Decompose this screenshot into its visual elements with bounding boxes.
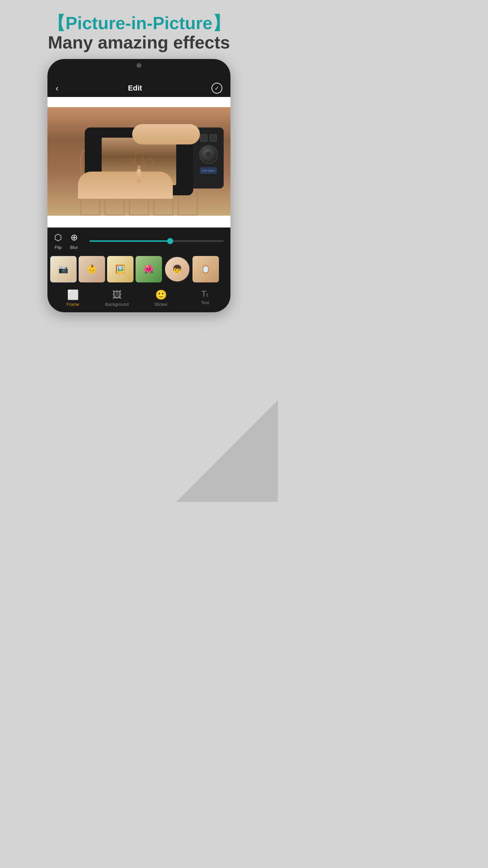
text-label: Text bbox=[201, 300, 209, 305]
bottom-navigation: ⬜ Frame 🖼 Background 🙂 Sticker Tₜ Text bbox=[47, 285, 230, 312]
hero-headline: 【Picture-in-Picture】 bbox=[48, 14, 230, 33]
nav-item-text[interactable]: Tₜ Text bbox=[183, 289, 227, 307]
thumbnail-1[interactable]: 📷 bbox=[50, 256, 77, 282]
thumb-6-icon: 🪞 bbox=[192, 256, 219, 282]
back-button[interactable]: ‹ bbox=[56, 83, 59, 94]
sticker-label: Sticker bbox=[154, 302, 168, 307]
phone-top-bar bbox=[47, 59, 230, 79]
thumbnail-6[interactable]: 🪞 bbox=[192, 256, 219, 282]
blur-tool[interactable]: ⊕ Blur bbox=[70, 232, 78, 250]
hero-subheadline: Many amazing effects bbox=[48, 33, 230, 52]
sticker-icon: 🙂 bbox=[155, 289, 167, 300]
edit-header: ‹ Edit ✓ bbox=[47, 79, 230, 97]
thumb-5-icon: 👦 bbox=[165, 257, 189, 281]
confirm-button[interactable]: ✓ bbox=[211, 83, 222, 94]
hero-text-block: 【Picture-in-Picture】 Many amazing effect… bbox=[48, 14, 230, 52]
thumbnail-2[interactable]: 👶 bbox=[79, 256, 105, 282]
slider-thumb[interactable] bbox=[167, 238, 173, 244]
slider-fill bbox=[89, 240, 170, 242]
nav-item-background[interactable]: 🖼 Background bbox=[95, 289, 139, 307]
bottom-spacer bbox=[47, 216, 230, 228]
background-label: Background bbox=[105, 302, 128, 307]
thumbnail-5[interactable]: 👦 bbox=[164, 256, 190, 282]
flip-label: Flip bbox=[55, 245, 62, 250]
thumbnail-3[interactable]: 🖼️ bbox=[107, 256, 134, 282]
blur-icon: ⊕ bbox=[70, 232, 78, 243]
frame-icon: ⬜ bbox=[67, 289, 79, 300]
page-title: Edit bbox=[128, 84, 142, 93]
thumbnail-4[interactable]: 🌺 bbox=[136, 256, 162, 282]
hand-top bbox=[132, 124, 200, 144]
text-icon: Tₜ bbox=[201, 289, 209, 299]
slider-track bbox=[89, 240, 224, 242]
main-image-area: DISP MENU bbox=[47, 107, 230, 216]
top-spacer bbox=[47, 97, 230, 107]
phone-mockup: ‹ Edit ✓ bbox=[47, 59, 230, 312]
thumb-4-icon: 🌺 bbox=[136, 256, 162, 282]
thumb-2-icon: 👶 bbox=[79, 256, 105, 282]
hand-bottom bbox=[78, 172, 173, 199]
flip-tool[interactable]: ⬡ Flip bbox=[54, 232, 62, 250]
blur-slider-container[interactable] bbox=[89, 240, 224, 242]
thumb-1-icon: 📷 bbox=[51, 257, 76, 282]
check-icon: ✓ bbox=[215, 85, 219, 92]
thumbnails-row: 📷 👶 🖼️ 🌺 👦 🪞 bbox=[47, 253, 230, 285]
nav-item-frame[interactable]: ⬜ Frame bbox=[51, 289, 95, 307]
background-icon: 🖼 bbox=[112, 289, 122, 300]
tools-bar: ⬡ Flip ⊕ Blur bbox=[47, 228, 230, 253]
flip-icon: ⬡ bbox=[54, 232, 62, 243]
frame-label: Frame bbox=[66, 302, 79, 307]
phone-camera-dot bbox=[137, 63, 141, 68]
blur-label: Blur bbox=[70, 245, 78, 250]
thumb-3-icon: 🖼️ bbox=[107, 256, 134, 282]
nav-item-sticker[interactable]: 🙂 Sticker bbox=[139, 289, 183, 307]
